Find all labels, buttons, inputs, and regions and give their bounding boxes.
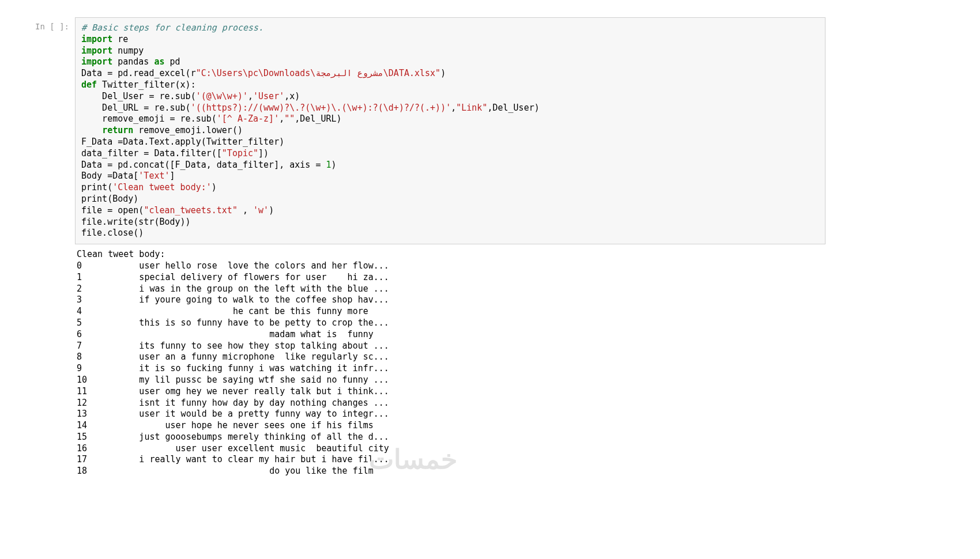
code-string: '[^ A-Za-z]' (217, 114, 279, 124)
code-string: 'w' (253, 205, 269, 216)
code-text: pandas (112, 56, 154, 67)
code-text: Body =Data[ (81, 171, 138, 181)
code-text: F_Data =Data.Text.apply(Twitter_filter) (81, 137, 284, 147)
code-string: 'User' (253, 91, 284, 101)
code-string: "Link" (456, 103, 487, 113)
code-text: Twitter_filter (97, 80, 175, 90)
code-string: "" (284, 114, 295, 124)
output-prompt (0, 244, 75, 477)
code-keyword: import (81, 34, 112, 44)
code-text: ] (170, 171, 175, 181)
code-comment: # Basic steps for cleaning process. (81, 22, 263, 33)
code-text: print(Body) (81, 194, 138, 204)
code-text: print( (81, 182, 112, 192)
code-text: ]) (258, 148, 269, 158)
code-text: (x): (175, 80, 196, 90)
code-text (81, 125, 102, 135)
output-header: Clean tweet body: (77, 249, 165, 259)
code-text: ) (212, 182, 217, 192)
code-string: '(@\w\w+)' (196, 91, 248, 101)
code-text: ) (440, 68, 446, 78)
code-keyword: import (81, 56, 112, 67)
code-text: ,Del_User) (487, 103, 539, 113)
code-text: numpy (112, 46, 144, 56)
code-string: "C:\Users\pc\Downloads\مشروع البرمجة\DAT… (196, 68, 440, 78)
code-string: '((https?)://(www)?\.?(\w+)\.(\w+):?(\d+… (191, 103, 451, 113)
code-text: , (279, 114, 284, 124)
code-text: file.write(str(Body)) (81, 217, 191, 227)
code-text: Del_User = re.sub( (81, 91, 196, 101)
code-keyword: import (81, 46, 112, 56)
code-keyword: as (154, 56, 164, 67)
code-text: Data = pd.read_excel( (81, 68, 191, 78)
code-string: "clean_tweets.txt" (144, 205, 238, 216)
input-prompt: In [ ]: (0, 17, 75, 244)
code-keyword: def (81, 80, 97, 90)
code-string: "Topic" (222, 148, 258, 158)
code-text: file = open( (81, 205, 144, 216)
code-text: remove_emoji = re.sub( (81, 114, 217, 124)
code-text: data_filter = Data.filter([ (81, 148, 222, 158)
code-output: Clean tweet body: 0 user hello rose love… (75, 244, 826, 477)
code-text: ) (331, 160, 336, 170)
code-text: remove_emoji.lower() (133, 125, 243, 135)
code-text: , (248, 91, 253, 101)
code-text: r (191, 68, 196, 78)
code-input[interactable]: # Basic steps for cleaning process. impo… (75, 17, 826, 244)
code-text: , (451, 103, 456, 113)
code-text: , (238, 205, 253, 216)
code-text: pd (165, 56, 180, 67)
code-text: re (112, 34, 128, 44)
code-text: ,x) (284, 91, 300, 101)
code-text: ) (269, 205, 274, 216)
code-text: file.close() (81, 228, 144, 238)
notebook: In [ ]: # Basic steps for cleaning proce… (0, 0, 980, 559)
code-string: 'Clean tweet body:' (112, 182, 212, 192)
output-cell: Clean tweet body: 0 user hello rose love… (0, 244, 980, 477)
code-keyword: return (102, 125, 133, 135)
code-cell: In [ ]: # Basic steps for cleaning proce… (0, 17, 980, 244)
code-text: Del_URL = re.sub( (81, 103, 191, 113)
code-string: 'Text' (138, 171, 169, 181)
code-text: Data = pd.concat([F_Data, data_filter], … (81, 160, 326, 170)
code-text: ,Del_URL) (295, 114, 341, 124)
